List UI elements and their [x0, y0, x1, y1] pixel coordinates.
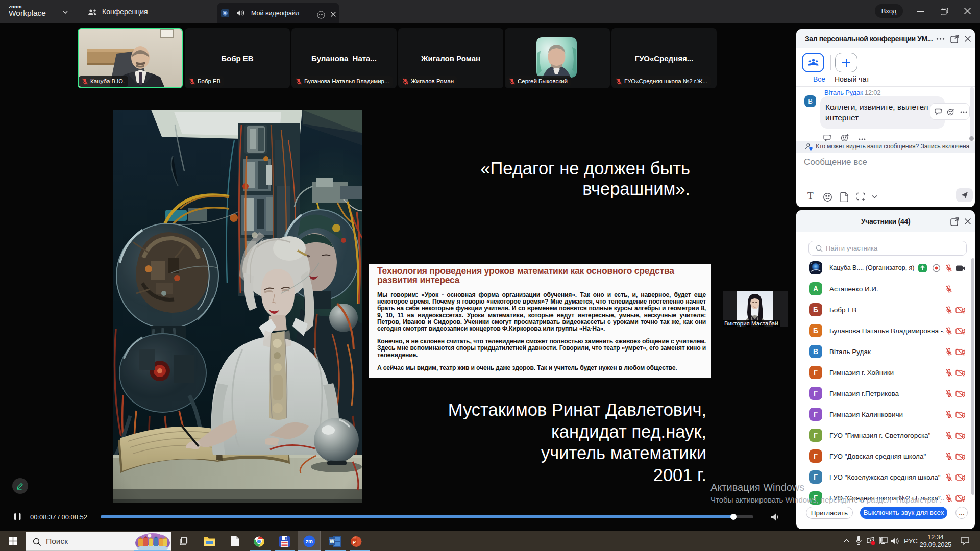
svg-text:W: W: [330, 539, 335, 544]
svg-text:P: P: [353, 539, 356, 545]
svg-text:zm: zm: [306, 539, 313, 544]
